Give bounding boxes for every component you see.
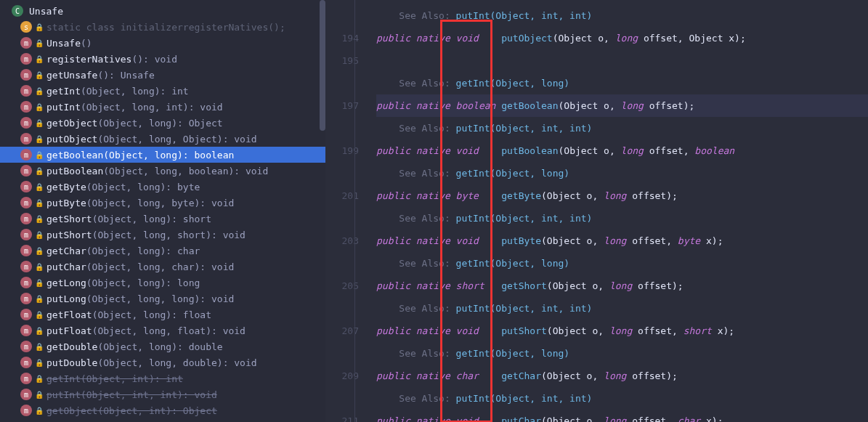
tree-item-putFloat[interactable]: m🔒putFloat(Object, long, float): void bbox=[0, 322, 325, 338]
lock-icon: 🔒 bbox=[35, 295, 44, 303]
code-line[interactable]: See Also: putInt(Object, int, int) bbox=[376, 297, 868, 320]
tree-item-getUnsafe[interactable]: m🔒getUnsafe(): Unsafe bbox=[0, 67, 325, 83]
param-text: x); bbox=[700, 415, 723, 422]
param-text: offset); bbox=[626, 370, 677, 381]
tree-item-getLong[interactable]: m🔒getLong(Object, long): long bbox=[0, 275, 325, 291]
tree-item-putChar[interactable]: m🔒putChar(Object, long, char): void bbox=[0, 259, 325, 275]
keyword-modifier: public native bbox=[376, 280, 456, 291]
tree-item-putByte[interactable]: m🔒putByte(Object, long, byte): void bbox=[0, 195, 325, 211]
item-name: getObject bbox=[46, 405, 97, 416]
code-line[interactable]: public native byte getByte(Object o, lon… bbox=[376, 184, 868, 207]
code-line[interactable]: See Also: putInt(Object, int, int) bbox=[376, 4, 868, 27]
item-name: putInt bbox=[46, 102, 81, 113]
item-name: getDouble bbox=[46, 341, 97, 352]
tree-item-getByte[interactable]: m🔒getByte(Object, long): byte bbox=[0, 179, 325, 195]
code-line[interactable]: See Also: getInt(Object, long) bbox=[376, 162, 868, 184]
tree-root-class[interactable]: C Unsafe bbox=[0, 3, 325, 19]
tree-item-getDouble[interactable]: m🔒getDouble(Object, long): double bbox=[0, 338, 325, 354]
code-line[interactable]: See Also: putInt(Object, int, int) bbox=[376, 207, 868, 230]
param-text: x); bbox=[700, 235, 723, 246]
item-signature: (Object, long, int): void bbox=[81, 102, 223, 113]
lock-icon: 🔒 bbox=[35, 55, 44, 63]
tree-item-getInt[interactable]: m🔒getInt(Object, long): int bbox=[0, 83, 325, 99]
line-gutter: 194195197199201203205207209211 bbox=[325, 0, 369, 422]
line-number: 207 bbox=[325, 320, 369, 342]
method-icon: m bbox=[20, 293, 32, 304]
code-line[interactable]: See Also: putInt(Object, int, int) bbox=[376, 117, 868, 139]
tree-item-getFloat[interactable]: m🔒getFloat(Object, long): float bbox=[0, 307, 325, 322]
method-icon: m bbox=[20, 181, 32, 192]
method-icon: m bbox=[20, 389, 32, 400]
code-line[interactable]: public native short getShort(Object o, l… bbox=[376, 275, 868, 297]
line-number bbox=[325, 387, 369, 410]
code-line[interactable]: public native void putChar(Object o, lon… bbox=[376, 410, 868, 422]
tree-item-registerNatives[interactable]: m🔒registerNatives(): void bbox=[0, 51, 325, 67]
param-text: offset, bbox=[632, 325, 683, 336]
code-line[interactable]: See Also: getInt(Object, long) bbox=[376, 342, 868, 365]
tree-item-static class initializer[interactable]: s🔒static class initializer registerNativ… bbox=[0, 19, 325, 35]
spacer bbox=[479, 190, 501, 201]
code-line[interactable]: See Also: getInt(Object, long) bbox=[376, 252, 868, 275]
line-number: 194 bbox=[325, 27, 369, 49]
method-name: putShort bbox=[501, 325, 547, 336]
tree-item-getShort[interactable]: m🔒getShort(Object, long): short bbox=[0, 211, 325, 227]
param-text: offset); bbox=[626, 190, 677, 201]
tree-item-putBoolean[interactable]: m🔒putBoolean(Object, long, boolean): voi… bbox=[0, 163, 325, 179]
class-icon: C bbox=[12, 5, 23, 17]
tree-item-getInt[interactable]: m🔒getInt(Object, int): int bbox=[0, 370, 325, 386]
keyword-type: long bbox=[621, 100, 644, 111]
item-signature: (Object, long): char bbox=[86, 246, 200, 256]
code-line[interactable] bbox=[376, 49, 868, 72]
keyword-modifier: public native bbox=[376, 415, 456, 422]
item-signature: (Object, long, boolean): void bbox=[103, 166, 268, 176]
tree-item-getObject[interactable]: m🔒getObject(Object, long): Object bbox=[0, 115, 325, 131]
keyword-type: long bbox=[604, 415, 626, 422]
see-also-link: putInt bbox=[456, 303, 490, 314]
method-icon: m bbox=[20, 69, 32, 81]
keyword-type: long bbox=[609, 280, 632, 291]
code-line[interactable]: public native void putObject(Object o, l… bbox=[376, 27, 868, 49]
item-signature: (Object, long): int bbox=[81, 86, 189, 97]
item-name: putBoolean bbox=[46, 166, 103, 176]
code-line[interactable]: public native char getChar(Object o, lon… bbox=[376, 365, 868, 387]
line-number bbox=[325, 207, 369, 230]
method-name: getByte bbox=[501, 190, 541, 201]
item-name: getShort bbox=[46, 214, 92, 224]
structure-sidebar[interactable]: C Unsafe s🔒static class initializer regi… bbox=[0, 0, 325, 422]
spacer bbox=[479, 235, 501, 246]
tree-item-putObject[interactable]: m🔒putObject(Object, long, Object): void bbox=[0, 131, 325, 147]
lock-icon: 🔒 bbox=[35, 103, 44, 111]
tree-item-putLong[interactable]: m🔒putLong(Object, long, long): void bbox=[0, 291, 325, 307]
tree-item-putInt[interactable]: m🔒putInt(Object, long, int): void bbox=[0, 99, 325, 115]
tree-item-getBoolean[interactable]: m🔒getBoolean(Object, long): boolean bbox=[0, 147, 325, 163]
code-line[interactable]: public native void putBoolean(Object o, … bbox=[376, 139, 868, 162]
keyword-modifier: public native bbox=[376, 33, 456, 44]
tree-item-putShort[interactable]: m🔒putShort(Object, long, short): void bbox=[0, 227, 325, 243]
lock-icon: 🔒 bbox=[35, 231, 44, 239]
code-line[interactable]: public native boolean getBoolean(Object … bbox=[376, 94, 868, 117]
structure-tree: C Unsafe s🔒static class initializer regi… bbox=[0, 0, 325, 421]
params: (Object o, long offset); bbox=[558, 100, 694, 111]
tree-item-getObject[interactable]: m🔒getObject(Object, int): Object bbox=[0, 402, 325, 418]
scrollbar-thumb[interactable] bbox=[320, 0, 325, 131]
code-line[interactable]: public native void putShort(Object o, lo… bbox=[376, 320, 868, 342]
code-line[interactable]: See Also: getInt(Object, long) bbox=[376, 72, 868, 94]
lock-icon: 🔒 bbox=[35, 375, 44, 383]
lock-icon: 🔒 bbox=[35, 407, 44, 415]
tree-item-getChar[interactable]: m🔒getChar(Object, long): char bbox=[0, 243, 325, 259]
code-area[interactable]: See Also: putInt(Object, int, int)public… bbox=[369, 0, 868, 422]
param-text: offset, bbox=[644, 145, 694, 156]
code-line[interactable]: public native void putByte(Object o, lon… bbox=[376, 230, 868, 252]
tree-item-putDouble[interactable]: m🔒putDouble(Object, long, double): void bbox=[0, 354, 325, 370]
code-line[interactable]: See Also: putInt(Object, int, int) bbox=[376, 387, 868, 410]
method-icon: m bbox=[20, 133, 32, 145]
keyword-type: char bbox=[678, 415, 700, 422]
tree-item-Unsafe[interactable]: m🔒Unsafe() bbox=[0, 35, 325, 51]
see-also-link: putInt bbox=[456, 123, 490, 134]
method-icon: m bbox=[20, 85, 32, 97]
spacer bbox=[479, 415, 501, 422]
code-editor[interactable]: 194195197199201203205207209211 See Also:… bbox=[325, 0, 868, 422]
initializer-icon: s bbox=[20, 21, 32, 33]
item-signature: (Object, long): Object bbox=[97, 118, 222, 129]
tree-item-putInt[interactable]: m🔒putInt(Object, int, int): void bbox=[0, 386, 325, 402]
